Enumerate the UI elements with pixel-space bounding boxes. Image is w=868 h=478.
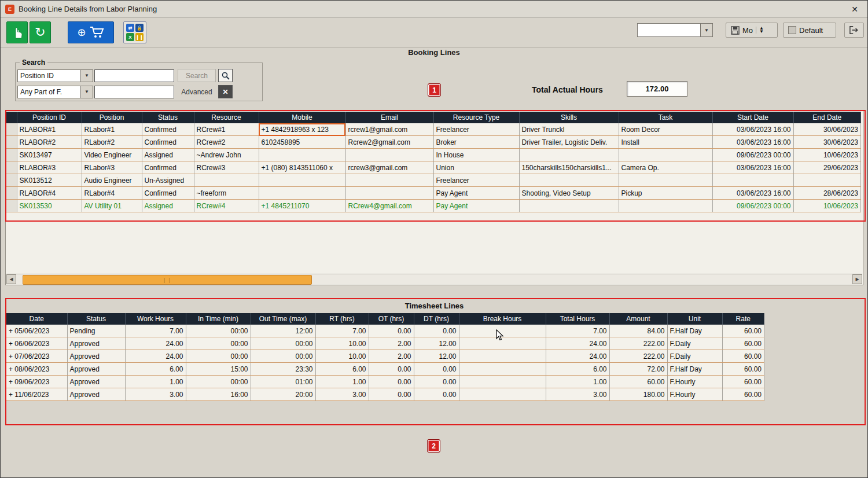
table-cell[interactable]: F.Hourly (667, 376, 722, 388)
chevron-down-icon[interactable]: ▼ (700, 24, 712, 36)
column-header[interactable]: Skills (519, 112, 619, 123)
table-cell[interactable]: Approved (67, 350, 125, 363)
row-selector[interactable] (6, 200, 17, 212)
toolbar-dropdown[interactable]: ▼ (637, 23, 713, 37)
table-cell[interactable]: F.Half Day (667, 363, 722, 376)
table-cell[interactable]: + 11/06/2023 (6, 388, 67, 401)
table-cell[interactable]: Pickup (619, 187, 712, 200)
table-cell[interactable]: Approved (67, 337, 125, 350)
table-cell[interactable]: 150charskills150charskills1... (519, 161, 619, 174)
table-cell[interactable]: 1.00 (315, 376, 369, 388)
table-cell[interactable]: RCrew#2 (194, 136, 259, 149)
magnifier-button[interactable] (218, 69, 233, 82)
table-cell[interactable]: 24.00 (125, 350, 186, 363)
column-header[interactable]: Status (142, 112, 194, 123)
table-cell[interactable]: 6.00 (546, 363, 609, 376)
search-input[interactable] (94, 69, 174, 82)
table-row[interactable]: RLABOR#1RLabor#1ConfirmedRCrew#1+1 48429… (6, 123, 861, 136)
table-cell[interactable] (259, 187, 345, 200)
table-cell[interactable]: Shooting, Video Setup (519, 187, 619, 200)
table-cell[interactable]: 30/06/2023 (793, 123, 861, 136)
table-cell[interactable] (459, 388, 546, 401)
table-cell[interactable]: Assigned (142, 200, 194, 212)
table-cell[interactable]: F.Half Day (667, 325, 722, 337)
export-excel-button[interactable]: ⇄ 🔒 X ❙❙ (123, 21, 146, 43)
column-header[interactable]: In Time (min) (186, 313, 251, 325)
table-cell[interactable]: Pay Agent (433, 200, 519, 212)
table-cell[interactable] (519, 200, 619, 212)
table-cell[interactable]: 2.00 (369, 350, 414, 363)
table-row[interactable]: SK013512Audio EngineerUn-AssignedFreelan… (6, 174, 861, 187)
table-cell[interactable]: Approved (67, 376, 125, 388)
table-cell[interactable]: 72.00 (609, 363, 667, 376)
table-cell[interactable]: Driver Trailer, Logistic Deliv. (519, 136, 619, 149)
table-cell[interactable]: 222.00 (609, 337, 667, 350)
table-cell[interactable] (259, 149, 345, 161)
row-selector[interactable] (6, 123, 17, 136)
table-cell[interactable]: Pending (67, 325, 125, 337)
table-cell[interactable]: 23:30 (251, 363, 315, 376)
booking-horizontal-scrollbar[interactable]: ◀ ❘❘ ▶ (6, 274, 862, 284)
table-cell[interactable]: F.Daily (667, 350, 722, 363)
table-row[interactable]: + 08/06/2023Approved6.0015:0023:306.000.… (6, 363, 764, 376)
row-selector[interactable] (6, 161, 17, 174)
table-cell[interactable]: 00:00 (251, 337, 315, 350)
table-cell[interactable]: 60.00 (722, 363, 764, 376)
column-header[interactable]: Position (82, 112, 142, 123)
table-cell[interactable]: 6.00 (125, 363, 186, 376)
search-field-dropdown[interactable]: Position ID ▼ (17, 69, 93, 82)
table-cell[interactable]: +1 (080) 8143511060 x (259, 161, 345, 174)
column-header[interactable]: Amount (609, 313, 667, 325)
table-cell[interactable]: + 09/06/2023 (6, 376, 67, 388)
column-header[interactable]: RT (hrs) (315, 313, 369, 325)
table-cell[interactable]: 222.00 (609, 350, 667, 363)
table-cell[interactable]: 00:00 (186, 337, 251, 350)
table-cell[interactable]: SK013497 (17, 149, 82, 161)
column-header[interactable]: Resource Type (433, 112, 519, 123)
table-cell[interactable] (345, 174, 433, 187)
column-header[interactable]: DT (hrs) (414, 313, 459, 325)
table-cell[interactable]: Freelancer (433, 174, 519, 187)
scroll-left-icon[interactable]: ◀ (6, 274, 16, 284)
table-cell[interactable]: RLABOR#2 (17, 136, 82, 149)
column-header[interactable]: Start Date (712, 112, 793, 123)
table-cell[interactable]: 3.00 (546, 388, 609, 401)
table-cell[interactable]: +1 4842918963 x 123 (259, 123, 345, 136)
table-row[interactable]: + 05/06/2023Pending7.0000:0012:007.000.0… (6, 325, 764, 337)
table-cell[interactable]: 60.00 (722, 337, 764, 350)
table-cell[interactable]: 60.00 (722, 325, 764, 337)
row-selector[interactable] (6, 149, 17, 161)
table-cell[interactable]: 03/06/2023 16:00 (712, 136, 793, 149)
table-row[interactable]: + 09/06/2023Approved1.0000:0001:001.000.… (6, 376, 764, 388)
table-cell[interactable]: F.Hourly (667, 388, 722, 401)
search-input-2[interactable] (94, 86, 174, 98)
chevron-down-icon[interactable]: ▼ (80, 86, 93, 98)
column-header[interactable]: Rate (722, 313, 764, 325)
table-cell[interactable]: RLabor#3 (82, 161, 142, 174)
table-cell[interactable] (194, 174, 259, 187)
table-cell[interactable]: 10.00 (315, 350, 369, 363)
table-cell[interactable]: RLABOR#1 (17, 123, 82, 136)
table-cell[interactable]: Approved (67, 388, 125, 401)
table-cell[interactable]: 3.00 (315, 388, 369, 401)
column-header[interactable]: Mobile (259, 112, 345, 123)
table-cell[interactable]: 24.00 (546, 350, 609, 363)
table-cell[interactable]: 29/06/2023 (793, 161, 861, 174)
table-cell[interactable]: 00:00 (186, 350, 251, 363)
table-cell[interactable]: 2.00 (369, 337, 414, 350)
table-cell[interactable]: Driver Trunckl (519, 123, 619, 136)
table-cell[interactable]: RLabor#2 (82, 136, 142, 149)
table-row[interactable]: RLABOR#4RLabor#4Confirmed~freeformPay Ag… (6, 187, 861, 200)
table-cell[interactable]: ~Andrew John (194, 149, 259, 161)
table-cell[interactable]: 00:00 (186, 325, 251, 337)
table-cell[interactable]: Union (433, 161, 519, 174)
column-header[interactable]: Status (67, 313, 125, 325)
table-cell[interactable]: 12.00 (414, 350, 459, 363)
table-cell[interactable]: 6102458895 (259, 136, 345, 149)
table-cell[interactable]: 09/06/2023 00:00 (712, 200, 793, 212)
table-cell[interactable]: +1 4845211070 (259, 200, 345, 212)
table-cell[interactable]: ~freeform (194, 187, 259, 200)
table-cell[interactable]: AV Utility 01 (82, 200, 142, 212)
table-cell[interactable]: 03/06/2023 16:00 (712, 187, 793, 200)
table-cell[interactable]: Un-Assigned (142, 174, 194, 187)
